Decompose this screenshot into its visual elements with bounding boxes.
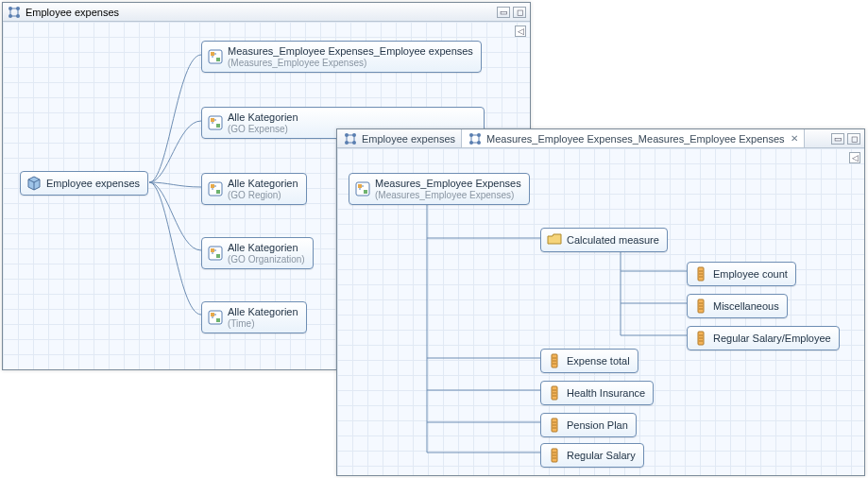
root-label: Measures_Employee Expenses xyxy=(375,178,521,190)
root-measures-node[interactable]: Measures_Employee Expenses (Measures_Emp… xyxy=(349,173,530,205)
node-label: Calculated measure xyxy=(567,234,659,247)
dimension-icon xyxy=(208,115,223,130)
measure-icon xyxy=(547,353,562,368)
panel-measures: Employee expenses Measures_Employee Expe… xyxy=(336,128,865,476)
node-label: Alle Kategorien xyxy=(228,111,298,124)
tree-icon xyxy=(7,5,22,20)
measure-icon xyxy=(547,448,562,463)
child-node-time[interactable]: Alle Kategorien (Time) xyxy=(201,301,307,333)
folder-icon xyxy=(547,232,562,248)
tab-measures-active[interactable]: Measures_Employee Expenses_Measures_Empl… xyxy=(462,129,805,147)
tab-row: Employee expenses Measures_Employee Expe… xyxy=(337,129,864,148)
measure-icon xyxy=(547,385,562,401)
node-label: Miscellaneous xyxy=(713,300,779,313)
tree-icon xyxy=(468,131,483,146)
node-sublabel: (GO Expense) xyxy=(228,124,298,135)
measure-pension-plan[interactable]: Pension Plan xyxy=(540,413,637,437)
tree-icon xyxy=(343,131,358,146)
node-sublabel: (GO Region) xyxy=(228,190,298,201)
node-label: Employee count xyxy=(713,268,788,281)
node-label: Regular Salary/Employee xyxy=(713,333,831,345)
node-label: Pension Plan xyxy=(567,419,628,432)
measure-icon xyxy=(693,266,708,282)
node-label: Regular Salary xyxy=(567,450,636,462)
dimension-icon xyxy=(208,49,223,64)
node-sublabel: (Time) xyxy=(228,318,298,330)
minimize-button[interactable]: ▭ xyxy=(497,7,510,18)
dimension-icon xyxy=(208,246,223,261)
node-sublabel: (Measures_Employee Expenses) xyxy=(228,58,473,69)
measure-expense-total[interactable]: Expense total xyxy=(540,349,638,373)
child-node-organization[interactable]: Alle Kategorien (GO Organization) xyxy=(201,237,314,269)
tab-label: Measures_Employee Expenses_Measures_Empl… xyxy=(486,133,785,145)
node-label: Expense total xyxy=(567,355,630,367)
panel1-titlebar: Employee expenses ▭ ◻ xyxy=(3,3,530,22)
node-label: Measures_Employee Expenses_Employee expe… xyxy=(228,45,473,58)
measure-health-insurance[interactable]: Health Insurance xyxy=(540,381,654,405)
root-sublabel: (Measures_Employee Expenses) xyxy=(375,190,521,201)
root-node[interactable]: Employee expenses xyxy=(20,171,148,196)
measure-regular-salary[interactable]: Regular Salary xyxy=(540,443,644,468)
node-label: Alle Kategorien xyxy=(228,178,298,190)
child-node-region[interactable]: Alle Kategorien (GO Region) xyxy=(201,173,307,205)
node-label: Health Insurance xyxy=(567,387,645,400)
dimension-icon xyxy=(208,310,223,325)
calc-child-employee-count[interactable]: Employee count xyxy=(687,262,796,286)
node-sublabel: (GO Organization) xyxy=(228,254,305,265)
dimension-icon xyxy=(208,181,223,196)
maximize-button[interactable]: ◻ xyxy=(847,133,860,145)
node-label: Alle Kategorien xyxy=(228,306,298,318)
panel1-title: Employee expenses xyxy=(26,7,119,18)
minimize-button[interactable]: ▭ xyxy=(831,133,844,145)
calc-child-regular-salary-emp[interactable]: Regular Salary/Employee xyxy=(687,326,840,350)
root-label: Employee expenses xyxy=(46,178,140,190)
calculated-measure-node[interactable]: Calculated measure xyxy=(540,228,668,252)
cube-icon xyxy=(26,176,42,191)
measure-icon xyxy=(693,331,708,346)
close-icon[interactable]: ✕ xyxy=(791,133,798,144)
measure-icon xyxy=(693,299,708,314)
child-node-measures[interactable]: Measures_Employee Expenses_Employee expe… xyxy=(201,41,482,73)
dimension-icon xyxy=(355,181,370,196)
tab-label: Employee expenses xyxy=(362,133,455,145)
measure-icon xyxy=(547,418,562,433)
calc-child-miscellaneous[interactable]: Miscellaneous xyxy=(687,294,788,318)
maximize-button[interactable]: ◻ xyxy=(513,7,526,18)
node-label: Alle Kategorien xyxy=(228,242,305,254)
tab-employee-expenses[interactable]: Employee expenses xyxy=(337,129,462,147)
